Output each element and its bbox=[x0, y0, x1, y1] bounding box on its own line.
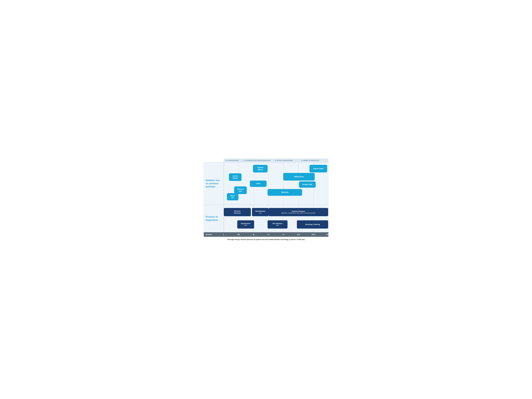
microscope-scanning-label: SCANNING ELECTRON MICROSCOPE bbox=[246, 160, 270, 161]
process-plot: ReverseOsmosis Ultrafiltration (UF) Part… bbox=[224, 205, 328, 232]
tick-001: .001 bbox=[237, 234, 240, 235]
chart-caption: Envirogen Group: General spectrum for pa… bbox=[204, 239, 328, 241]
particle-filtration-box: Particle Filtration (Bag filters, cartri… bbox=[269, 208, 328, 216]
tick-1000: 1000.0 bbox=[326, 234, 331, 235]
microscope-item-naked: ◄ VISIBLE TO NAKED EYE bbox=[299, 159, 328, 161]
reverse-osmosis-box: ReverseOsmosis bbox=[224, 208, 251, 216]
arrow-naked-icon: ◄ bbox=[301, 159, 303, 161]
carbon-block-box: CarbonBlock bbox=[253, 165, 267, 172]
microscope-optical-label: OPTICAL MICROSCOPE bbox=[277, 160, 293, 161]
ultrafiltration-box: Ultrafiltration (UF) bbox=[252, 208, 269, 216]
virus-box: Virus bbox=[250, 181, 266, 187]
bacteria-box: Bacteria bbox=[267, 189, 302, 196]
relative-size-label: Relative sizeof commonparticles bbox=[206, 179, 220, 188]
atomic-radius-box: AtomicRadius bbox=[229, 173, 241, 181]
gridline-1 bbox=[283, 162, 284, 205]
xaxis-ticks: 0 .001 .01 0.1 1.0 10.0 100.0 1000.0 bbox=[224, 232, 328, 237]
process-label: Process ofSeparation bbox=[206, 215, 218, 222]
arrow-scanning-icon: ◄ bbox=[243, 159, 245, 161]
tick-01d: 0.1 bbox=[267, 234, 270, 235]
xaxis-container: MICRONS 0 .001 .01 0.1 1.0 10.0 100.0 10… bbox=[204, 232, 328, 237]
process-label-container: Process ofSeparation bbox=[204, 205, 224, 232]
xaxis-microns-label: MICRONS bbox=[204, 232, 224, 237]
particle-plot: CarbonBlock Beach Sand Milled Flour Atom… bbox=[224, 162, 328, 205]
straining-sieving-box: Straining & Sieving bbox=[297, 220, 328, 228]
nanofiltration-box: Nanofiltration (NF) bbox=[237, 220, 254, 228]
side-panel: Relative sizeof commonparticles Process … bbox=[204, 162, 224, 232]
microscope-naked-label: VISIBLE TO NAKED EYE bbox=[303, 160, 319, 161]
uf-sub: (UF) bbox=[259, 212, 262, 214]
nf-sub: (NF) bbox=[244, 225, 247, 226]
chart-container: ◄ ST MICROSCOPE ◄ SCANNING ELECTRON MICR… bbox=[204, 158, 328, 241]
microscope-item-scanning: ◄ SCANNING ELECTRON MICROSCOPE bbox=[242, 159, 273, 161]
particle-filtration-sub: (Bag filters, cartridge filters, filter … bbox=[281, 212, 316, 214]
microscope-item-st: ◄ ST MICROSCOPE bbox=[224, 159, 242, 161]
tick-1: 1.0 bbox=[282, 234, 285, 235]
aqueous-salt-box: AqueousSalt bbox=[234, 186, 247, 194]
mf-sub: (MF) bbox=[276, 225, 279, 226]
microfiltration-box: Microfiltration (MF) bbox=[267, 220, 287, 228]
microscope-item-optical: ◄ OPTICAL MICROSCOPE bbox=[273, 159, 299, 161]
metal-ion-box: MetalIon bbox=[227, 193, 238, 200]
tick-10: 10.0 bbox=[297, 234, 300, 235]
milled-flour-box: Milled Flour bbox=[283, 173, 315, 181]
tick-01: .01 bbox=[253, 234, 255, 235]
beach-sand-box: Beach Sand bbox=[310, 165, 327, 172]
tick-0: 0 bbox=[223, 234, 224, 235]
relative-size-label-container: Relative sizeof commonparticles bbox=[204, 162, 224, 205]
microscope-header: ◄ ST MICROSCOPE ◄ SCANNING ELECTRON MICR… bbox=[224, 158, 328, 162]
arrow-st-icon: ◄ bbox=[225, 159, 227, 161]
microscope-st-label: ST MICROSCOPE bbox=[227, 160, 239, 161]
human-hair-box: Human Hair bbox=[299, 181, 316, 188]
gridline-001 bbox=[239, 162, 239, 205]
plot-area: CarbonBlock Beach Sand Milled Flour Atom… bbox=[224, 162, 328, 232]
main-body: Relative sizeof commonparticles Process … bbox=[204, 162, 328, 232]
tick-100: 100.0 bbox=[311, 234, 315, 235]
arrow-optical-icon: ◄ bbox=[275, 159, 276, 161]
